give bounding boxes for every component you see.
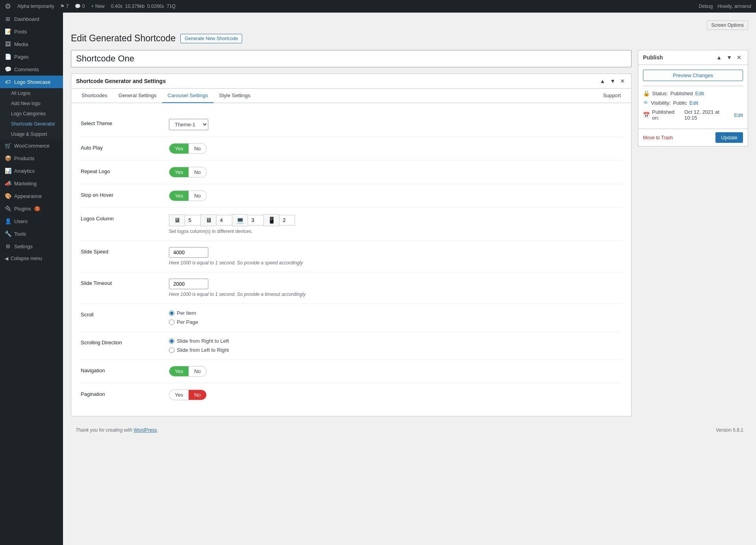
scrolling-direction-control: Slide from Right to Left Slide from Left… xyxy=(169,338,622,353)
generate-new-shortcode-button[interactable]: Generate New Shortcode xyxy=(180,34,242,43)
tab-support[interactable]: Support xyxy=(597,89,626,103)
sidebar-item-pages[interactable]: 📄 Pages xyxy=(0,50,63,63)
logos-col-mobile-input[interactable] xyxy=(279,215,295,225)
admin-bar: ⚙ Alpha temporarily ⚑ 7 💬 0 + New 0.40s … xyxy=(0,0,756,13)
stop-on-hover-no-button[interactable]: No xyxy=(189,191,206,201)
device-mobile-icon[interactable]: 📱 xyxy=(263,214,279,226)
metabox-collapse-up-button[interactable]: ▲ xyxy=(598,77,607,85)
shortcode-title-input[interactable] xyxy=(71,50,632,67)
preview-changes-button[interactable]: Preview Changes xyxy=(643,70,743,81)
repeat-logo-yes-button[interactable]: Yes xyxy=(169,167,189,177)
analytics-icon: 📊 xyxy=(5,168,11,174)
publish-date-value: Oct 12, 2021 at 10:15 xyxy=(684,109,732,121)
navigation-yes-button[interactable]: Yes xyxy=(169,366,189,376)
sidebar-item-plugins[interactable]: 🔌 Plugins 3 xyxy=(0,202,63,215)
metabox-card: Shortcode Generator and Settings ▲ ▼ ✕ S… xyxy=(71,74,632,416)
pagination-no-button[interactable]: No xyxy=(189,390,206,400)
scroll-per-item-option[interactable]: Per Item xyxy=(169,310,622,316)
logos-column-hint: Set logos column(s) in different devices… xyxy=(169,229,622,234)
sidebar-item-comments[interactable]: 💬 Comments xyxy=(0,63,63,76)
theme-select[interactable]: Theme-1 Theme-2 Theme-3 xyxy=(169,119,208,130)
visibility-icon: 👁 xyxy=(643,100,649,106)
slide-timeout-input[interactable] xyxy=(169,279,208,289)
device-tablet-large-icon[interactable]: 🖥 xyxy=(200,214,216,226)
direction-ltr-label: Slide from Left to Right xyxy=(177,347,229,353)
device-desktop-icon[interactable]: 🖥 xyxy=(169,214,185,226)
site-name[interactable]: Alpha temporarily xyxy=(17,4,54,9)
repeat-logo-no-button[interactable]: No xyxy=(189,167,206,177)
pagination-toggle: Yes No xyxy=(169,390,207,400)
collapse-label: Collapse menu xyxy=(11,256,42,261)
wordpress-link[interactable]: WordPress xyxy=(133,427,157,433)
stop-on-hover-yes-button[interactable]: Yes xyxy=(169,191,189,201)
submenu-add-new-logo[interactable]: Add New logo xyxy=(0,98,63,109)
pagination-control: Yes No xyxy=(169,390,622,400)
scroll-per-page-option[interactable]: Per Page xyxy=(169,319,622,325)
scroll-per-item-label: Per Item xyxy=(177,310,196,316)
scrolling-direction-radio-group: Slide from Right to Left Slide from Left… xyxy=(169,338,622,353)
tab-style-settings[interactable]: Style Settings xyxy=(213,89,256,103)
publish-collapse-up-button[interactable]: ▲ xyxy=(715,54,723,61)
direction-rtl-option[interactable]: Slide from Right to Left xyxy=(169,338,622,344)
pagination-yes-button[interactable]: Yes xyxy=(169,390,189,400)
direction-rtl-radio[interactable] xyxy=(169,338,174,344)
sidebar-item-products[interactable]: 📦 Products xyxy=(0,152,63,164)
device-laptop-icon[interactable]: 💻 xyxy=(232,214,248,226)
auto-play-yes-button[interactable]: Yes xyxy=(169,144,189,153)
sidebar-item-analytics[interactable]: 📊 Analytics xyxy=(0,164,63,177)
publish-collapse-down-button[interactable]: ▼ xyxy=(725,54,734,61)
collapse-menu-item[interactable]: ◀ Collapse menu xyxy=(0,253,63,264)
tab-shortcodes[interactable]: Shortcodes xyxy=(76,89,113,103)
scroll-per-item-radio[interactable] xyxy=(169,310,174,316)
sidebar-item-woocommerce[interactable]: 🛒 WooCommerce xyxy=(0,139,63,152)
submenu-logo-categories[interactable]: Logo Categories xyxy=(0,109,63,119)
logos-col-desktop-input[interactable] xyxy=(185,215,200,225)
adminbar-perf: 0.40s 10,379kb 0.0266s 71Q xyxy=(111,4,176,9)
sidebar-item-appearance[interactable]: 🎨 Appearance xyxy=(0,190,63,202)
adminbar-updates[interactable]: ⚑ 7 xyxy=(60,4,69,9)
publish-minimize-button[interactable]: ✕ xyxy=(735,54,743,61)
direction-ltr-option[interactable]: Slide from Left to Right xyxy=(169,347,622,353)
submenu-all-logos[interactable]: All Logos xyxy=(0,88,63,98)
edit-status-link[interactable]: Edit xyxy=(695,91,704,96)
sidebar-item-dashboard[interactable]: ⊞ Dashboard xyxy=(0,13,63,25)
tab-general-settings[interactable]: General Settings xyxy=(113,89,162,103)
logo-showcase-icon: 🏷 xyxy=(5,79,11,85)
plugins-badge: 3 xyxy=(34,206,41,211)
metabox-collapse-down-button[interactable]: ▼ xyxy=(608,77,617,85)
metabox-minimize-button[interactable]: ✕ xyxy=(619,77,626,85)
wp-footer: Thank you for creating with WordPress. xyxy=(71,423,163,438)
debug-label[interactable]: Debug xyxy=(699,4,713,9)
submenu-shortcode-generator[interactable]: Shortcode Generator xyxy=(0,119,63,129)
submenu-label-usage-support: Usage & Support xyxy=(11,131,47,137)
publish-visibility-item: 👁 Visibility: Public Edit xyxy=(643,100,743,106)
sidebar-item-tools[interactable]: 🔧 Tools xyxy=(0,227,63,240)
logos-col-tablet-large-input[interactable] xyxy=(216,215,232,225)
logos-col-laptop-input[interactable] xyxy=(248,215,263,225)
metabox-header: Shortcode Generator and Settings ▲ ▼ ✕ xyxy=(71,74,631,89)
edit-date-link[interactable]: Edit xyxy=(734,112,743,118)
sidebar-item-settings[interactable]: ⚙ Settings xyxy=(0,240,63,253)
publish-status-item: 🔒 Status: Published Edit xyxy=(643,90,743,96)
tab-carousel-settings[interactable]: Carousel Settings xyxy=(162,89,214,103)
update-button[interactable]: Update xyxy=(715,132,743,143)
screen-options-button[interactable]: Screen Options xyxy=(707,20,748,30)
slide-speed-input[interactable] xyxy=(169,247,208,258)
media-icon: 🖼 xyxy=(5,41,11,47)
sidebar-item-marketing[interactable]: 📣 Marketing xyxy=(0,177,63,190)
sidebar-item-users[interactable]: 👤 Users xyxy=(0,215,63,227)
scroll-per-page-radio[interactable] xyxy=(169,320,174,325)
sidebar-item-logo-showcase[interactable]: 🏷 Logo Showcase xyxy=(0,76,63,88)
sidebar-item-posts[interactable]: 📝 Posts xyxy=(0,25,63,38)
direction-ltr-radio[interactable] xyxy=(169,347,174,353)
adminbar-comments[interactable]: 💬 0 xyxy=(75,4,85,9)
auto-play-no-button[interactable]: No xyxy=(189,144,206,153)
sidebar-item-media[interactable]: 🖼 Media xyxy=(0,38,63,50)
slide-timeout-row: Slide Timeout Here 1000 is equal to 1 se… xyxy=(81,272,622,304)
stop-on-hover-row: Stop on Hover Yes No xyxy=(81,184,622,208)
adminbar-new[interactable]: + New xyxy=(91,4,104,9)
move-to-trash-link[interactable]: Move to Trash xyxy=(643,135,673,140)
submenu-usage-support[interactable]: Usage & Support xyxy=(0,129,63,139)
navigation-no-button[interactable]: No xyxy=(189,366,206,376)
edit-visibility-link[interactable]: Edit xyxy=(689,100,698,106)
